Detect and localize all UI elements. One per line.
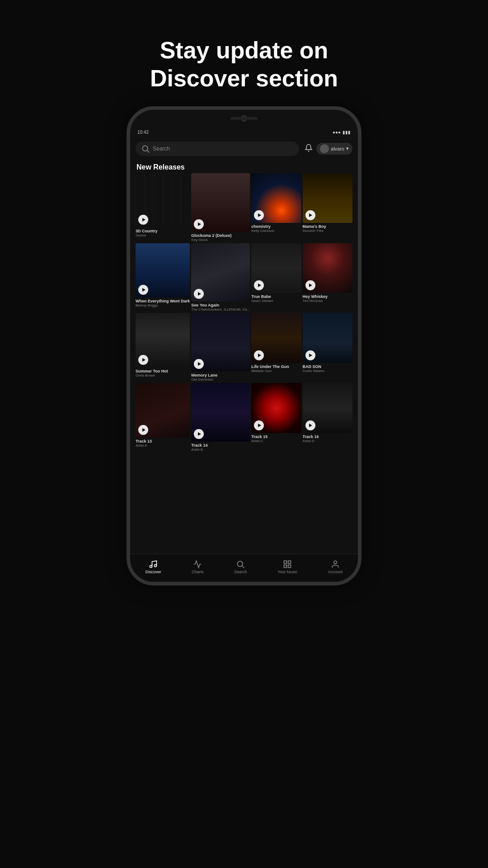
album-wrapper-11: Life Under The GunMilitarie Gun <box>251 313 301 382</box>
play-button-8[interactable] <box>305 280 315 290</box>
album-artist-2: Key Glock <box>191 238 250 242</box>
play-button-6[interactable] <box>194 289 204 299</box>
album-item-16[interactable] <box>303 383 352 433</box>
nav-label-account: Account <box>328 570 343 574</box>
svg-rect-7 <box>288 561 291 564</box>
nav-item-search[interactable]: Search <box>234 560 247 574</box>
svg-point-0 <box>142 146 148 151</box>
play-button-16[interactable] <box>305 420 315 430</box>
album-artist-4: Dominic Fike <box>303 229 352 233</box>
album-wrapper-14: Track 14Artist B <box>191 383 250 452</box>
album-item-9[interactable] <box>136 313 190 367</box>
album-artist-16: Artist D <box>303 439 352 443</box>
search-input-area[interactable]: Search <box>136 142 299 156</box>
album-title-2: Glockoma 2 (Deluxe) <box>191 233 250 238</box>
your-music-icon <box>283 560 292 569</box>
album-item-11[interactable] <box>251 313 301 363</box>
play-button-7[interactable] <box>254 280 264 290</box>
play-button-10[interactable] <box>194 359 204 369</box>
album-artist-15: Artist C <box>251 439 301 443</box>
play-button-14[interactable] <box>194 429 204 439</box>
album-info-14: Track 14Artist B <box>191 442 250 452</box>
album-item-12[interactable] <box>303 313 352 363</box>
album-item-10[interactable] <box>191 313 250 372</box>
play-button-4[interactable] <box>305 210 315 220</box>
status-bar: 10:42 ●●● ▮▮▮ <box>130 127 358 138</box>
album-item-15[interactable] <box>251 383 301 433</box>
nav-item-account[interactable]: Account <box>328 560 343 574</box>
album-info-12: BAD SONCurtis Waters <box>303 363 352 373</box>
album-item-8[interactable] <box>303 243 352 293</box>
album-title-11: Life Under The Gun <box>251 364 301 369</box>
play-button-2[interactable] <box>194 219 204 229</box>
album-title-16: Track 16 <box>303 434 352 439</box>
nav-item-charts[interactable]: Charts <box>192 560 204 574</box>
album-artist-12: Curtis Waters <box>303 369 352 373</box>
album-item-5[interactable] <box>136 243 190 297</box>
album-wrapper-10: Memory LaneOld Dominion <box>191 313 250 382</box>
section-title-new-releases: New Releases <box>130 160 358 173</box>
album-info-7: True BabeGwen Stefani <box>251 293 301 303</box>
album-item-6[interactable] <box>191 243 250 302</box>
svg-line-1 <box>147 151 150 153</box>
album-item-3[interactable] <box>251 173 301 223</box>
charts-icon <box>193 560 202 569</box>
search-bar: Search alvaro ▾ <box>130 138 358 160</box>
album-artist-10: Old Dominion <box>191 377 250 382</box>
svg-point-4 <box>238 561 243 567</box>
album-title-8: Hey Whiskey <box>303 294 352 299</box>
album-wrapper-3: chemistryKelly Clarkson <box>251 173 301 242</box>
play-button-13[interactable] <box>138 425 148 435</box>
nav-item-your-music[interactable]: Your Music <box>277 560 297 574</box>
nav-label-search: Search <box>234 570 247 574</box>
album-item-13[interactable] <box>136 383 190 437</box>
album-artist-1: Geese <box>136 233 190 237</box>
albums-grid: 3D CountryGeeseGlockoma 2 (Deluxe)Key Gl… <box>133 173 355 452</box>
svg-point-3 <box>155 565 157 567</box>
hero-title: Stay update on Discover section <box>108 36 380 93</box>
album-item-4[interactable] <box>303 173 352 223</box>
album-title-7: True Babe <box>251 294 301 299</box>
album-artist-3: Kelly Clarkson <box>251 229 301 233</box>
play-button-3[interactable] <box>254 210 264 220</box>
album-info-15: Track 15Artist C <box>251 433 301 443</box>
album-info-8: Hey WhiskeyTim McGraw <box>303 293 352 303</box>
phone-side-button <box>360 200 361 227</box>
album-info-2: Glockoma 2 (Deluxe)Key Glock <box>191 232 250 242</box>
play-button-11[interactable] <box>254 350 264 360</box>
phone-frame: 10:42 ●●● ▮▮▮ Search <box>127 106 361 585</box>
nav-item-discover[interactable]: Discover <box>145 560 161 574</box>
album-artist-8: Tim McGraw <box>303 299 352 303</box>
play-button-1[interactable] <box>138 215 148 225</box>
album-item-1[interactable] <box>136 173 190 227</box>
discover-icon <box>149 560 158 569</box>
album-title-5: When Everything Went Dark <box>136 299 190 303</box>
album-item-14[interactable] <box>191 383 250 442</box>
album-wrapper-5: When Everything Went DarkBishop Briggs <box>136 243 190 312</box>
album-title-15: Track 15 <box>251 434 301 439</box>
svg-line-5 <box>242 566 244 568</box>
album-info-1: 3D CountryGeese <box>136 227 190 237</box>
album-wrapper-15: Track 15Artist C <box>251 383 301 452</box>
svg-point-2 <box>150 566 152 568</box>
play-button-9[interactable] <box>138 355 148 365</box>
album-wrapper-2: Glockoma 2 (Deluxe)Key Glock <box>191 173 250 242</box>
play-button-5[interactable] <box>138 285 148 295</box>
album-artist-7: Gwen Stefani <box>251 299 301 303</box>
album-wrapper-7: True BabeGwen Stefani <box>251 243 301 312</box>
album-item-7[interactable] <box>251 243 301 293</box>
bell-icon[interactable] <box>305 144 313 154</box>
album-item-2[interactable] <box>191 173 250 232</box>
play-button-15[interactable] <box>254 420 264 430</box>
user-badge[interactable]: alvaro ▾ <box>316 143 352 155</box>
play-button-12[interactable] <box>305 350 315 360</box>
album-wrapper-9: Summer Too HotChris Brown <box>136 313 190 382</box>
svg-rect-9 <box>284 565 287 568</box>
album-wrapper-6: See You AgainThe Chainsmokers, ILLENIUM,… <box>191 243 250 312</box>
album-info-16: Track 16Artist D <box>303 433 352 443</box>
album-info-11: Life Under The GunMilitarie Gun <box>251 363 301 373</box>
svg-point-10 <box>334 561 337 564</box>
nav-label-discover: Discover <box>145 570 161 574</box>
account-icon <box>331 560 340 569</box>
status-time: 10:42 <box>137 130 149 135</box>
